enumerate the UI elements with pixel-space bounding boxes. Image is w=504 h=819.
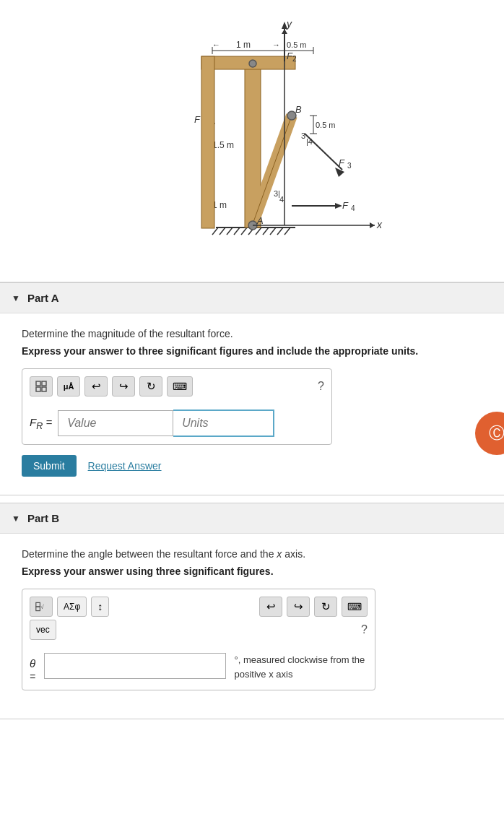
part-a-section: ▼ Part A Determine the magnitude of the … xyxy=(0,282,504,495)
part-b-content: Determine the angle between the resultan… xyxy=(0,533,504,719)
svg-text:B: B xyxy=(295,104,302,115)
diagram-svg: x y F 2 F 1 F 3 F 4 xyxy=(100,14,404,260)
help-b-icon[interactable]: ? xyxy=(361,623,368,636)
svg-line-3 xyxy=(227,228,233,235)
undo-icon: ↩ xyxy=(92,380,101,393)
svg-text:F: F xyxy=(339,157,345,168)
keyboard-icon: ⌨ xyxy=(173,381,187,392)
svg-text:√: √ xyxy=(40,604,44,610)
part-b-question: Determine the angle between the resultan… xyxy=(22,548,482,560)
svg-text:4: 4 xyxy=(351,204,355,212)
help-icon[interactable]: ? xyxy=(318,380,324,393)
feedback-icon: Ⓒ xyxy=(489,422,504,444)
sigma-button[interactable]: ΑΣφ xyxy=(57,597,87,617)
partb-value-input[interactable] xyxy=(44,653,225,679)
svg-text:0.5 m: 0.5 m xyxy=(316,121,336,129)
part-a-question: Determine the magnitude of the resultant… xyxy=(22,328,482,339)
svg-text:→: → xyxy=(272,40,280,49)
svg-rect-62 xyxy=(201,56,214,228)
svg-marker-38 xyxy=(335,203,342,209)
part-a-input-row: FR = xyxy=(30,410,324,437)
submit-button[interactable]: Submit xyxy=(22,455,77,477)
redo-b-button[interactable]: ↪ xyxy=(287,597,310,617)
undo-b-icon: ↩ xyxy=(266,600,276,613)
units-input[interactable] xyxy=(173,410,274,437)
refresh-icon: ↻ xyxy=(147,380,156,393)
mu-a-button[interactable]: μÅ xyxy=(57,376,80,396)
force-diagram: x y F 2 F 1 F 3 F 4 xyxy=(100,14,404,260)
part-b-input-row: θ = °, measured clockwise from the posit… xyxy=(30,653,368,682)
svg-text:3: 3 xyxy=(347,162,352,170)
redo-button[interactable]: ↪ xyxy=(112,376,135,396)
mu-a-label: μÅ xyxy=(64,382,74,391)
part-b-section: ▼ Part B Determine the angle between the… xyxy=(0,503,504,719)
part-a-instruction: Express your answer to three significant… xyxy=(22,345,482,357)
arrows-button[interactable]: ↕ xyxy=(91,597,109,617)
svg-rect-68 xyxy=(36,607,40,611)
svg-text:0.5 m: 0.5 m xyxy=(287,40,307,49)
part-b-instruction: Express your answer using three signific… xyxy=(22,566,482,577)
part-a-header[interactable]: ▼ Part A xyxy=(0,283,504,313)
svg-text:←: ← xyxy=(212,40,220,49)
part-b-toolbar: √ ΑΣφ ↕ ↩ xyxy=(30,597,368,646)
matrix-button[interactable] xyxy=(30,376,53,396)
sigma-label: ΑΣφ xyxy=(64,602,80,612)
arrows-icon: ↕ xyxy=(97,601,103,612)
svg-text:|4: |4 xyxy=(306,137,313,146)
svg-line-10 xyxy=(277,228,283,235)
svg-rect-64 xyxy=(42,381,46,386)
svg-marker-34 xyxy=(335,168,344,177)
part-b-answer-box: √ ΑΣφ ↕ ↩ xyxy=(22,589,375,690)
part-a-actions: Submit Request Answer xyxy=(22,455,482,477)
part-a-toolbar: μÅ ↩ ↪ ↻ ⌨ ? xyxy=(30,376,324,402)
vec-button[interactable]: vec xyxy=(30,620,56,640)
refresh-b-button[interactable]: ↻ xyxy=(314,597,337,617)
fr-label: FR = xyxy=(30,416,52,431)
part-a-answer-box: μÅ ↩ ↪ ↻ ⌨ ? xyxy=(22,368,332,445)
svg-text:A: A xyxy=(256,215,264,226)
request-answer-button[interactable]: Request Answer xyxy=(88,460,162,472)
redo-icon: ↪ xyxy=(119,380,129,393)
svg-text:F: F xyxy=(194,114,201,125)
part-b-toolbar-row1: √ ΑΣφ ↕ ↩ xyxy=(30,597,368,617)
refresh-button[interactable]: ↻ xyxy=(139,376,162,396)
svg-text:2: 2 xyxy=(292,55,297,63)
svg-line-5 xyxy=(241,228,247,235)
part-a-label: Part A xyxy=(27,292,59,304)
part-b-label: Part B xyxy=(27,512,59,524)
svg-marker-20 xyxy=(370,222,375,228)
svg-line-7 xyxy=(256,228,261,235)
part-a-arrow: ▼ xyxy=(12,293,20,303)
svg-rect-13 xyxy=(201,56,295,69)
redo-b-icon: ↪ xyxy=(294,600,303,613)
svg-text:4: 4 xyxy=(279,195,284,204)
part-b-header[interactable]: ▼ Part B xyxy=(0,503,504,533)
value-input[interactable] xyxy=(58,410,173,436)
svg-text:F: F xyxy=(342,200,349,211)
part-b-arrow: ▼ xyxy=(12,514,20,524)
keyboard-button[interactable]: ⌨ xyxy=(167,376,193,396)
svg-line-4 xyxy=(234,228,240,235)
svg-rect-63 xyxy=(36,381,40,386)
diagram-section: x y F 2 F 1 F 3 F 4 xyxy=(0,0,504,282)
svg-rect-66 xyxy=(42,387,46,391)
svg-text:1 m: 1 m xyxy=(236,40,251,50)
part-b-toolbar-row2: vec ? xyxy=(30,620,368,640)
keyboard-b-button[interactable]: ⌨ xyxy=(342,597,368,617)
svg-text:3: 3 xyxy=(301,131,305,140)
svg-line-11 xyxy=(284,228,290,235)
svg-text:1.5 m: 1.5 m xyxy=(212,140,234,150)
matrix-sqrt-button[interactable]: √ xyxy=(30,597,53,617)
svg-line-2 xyxy=(220,228,225,235)
svg-line-8 xyxy=(263,228,269,235)
theta-label: θ = xyxy=(30,653,35,682)
degree-note: °, measured clockwise from the positive … xyxy=(235,653,368,681)
undo-button[interactable]: ↩ xyxy=(84,376,108,396)
part-a-content: Determine the magnitude of the resultant… xyxy=(0,313,504,495)
svg-point-18 xyxy=(249,60,256,67)
svg-rect-65 xyxy=(36,387,40,391)
svg-line-9 xyxy=(270,228,276,235)
undo-b-button[interactable]: ↩ xyxy=(259,597,282,617)
vec-label: vec xyxy=(36,625,50,635)
keyboard-b-icon: ⌨ xyxy=(347,601,362,612)
